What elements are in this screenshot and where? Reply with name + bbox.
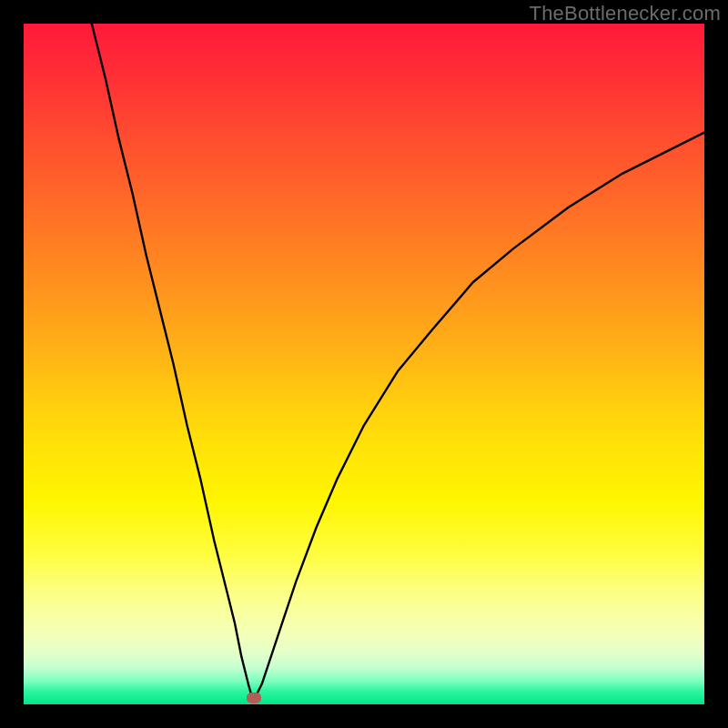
optimal-point-marker	[247, 693, 261, 703]
bottleneck-curve	[24, 24, 704, 704]
watermark-text: TheBottlenecker.com	[530, 2, 721, 25]
plot-area	[24, 24, 704, 704]
chart-frame: TheBottlenecker.com	[0, 0, 728, 728]
